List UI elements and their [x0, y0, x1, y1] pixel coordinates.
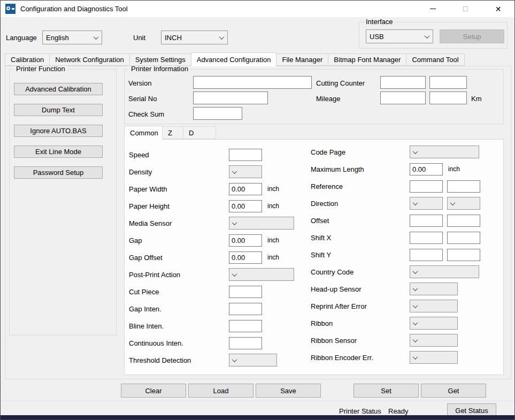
media-sensor-select[interactable] — [229, 217, 294, 230]
continuous-inten-input[interactable] — [229, 337, 262, 349]
threshold-detection-select[interactable] — [229, 354, 277, 366]
country-code-select[interactable] — [410, 265, 479, 278]
tab-file-manager[interactable]: File Manager — [276, 54, 328, 66]
ribbon-encoder-err-select[interactable] — [410, 351, 458, 364]
paper-width-label: Paper Width — [129, 185, 229, 193]
ribbon-encoder-err-row: Ribbon Encoder Err. — [311, 349, 501, 366]
unit-select[interactable]: INCH — [161, 30, 228, 44]
language-select[interactable]: English — [42, 30, 102, 44]
gap-input[interactable] — [229, 234, 262, 247]
code-page-select[interactable] — [410, 146, 479, 158]
gap-inten-input[interactable] — [229, 303, 262, 315]
reference-input-2[interactable] — [447, 180, 480, 193]
inner-tab-z[interactable]: Z — [162, 126, 183, 139]
offset-label: Offset — [311, 217, 410, 225]
tab-bitmap-font-manager[interactable]: Bitmap Font Manager — [328, 54, 406, 66]
offset-row: Offset — [311, 212, 501, 229]
advanced-configuration-page: Printer Function Advanced CalibrationDum… — [5, 66, 511, 379]
maximize-button[interactable] — [449, 1, 482, 17]
speed-input[interactable] — [229, 149, 262, 161]
interface-group-label: Interface — [364, 18, 395, 26]
threshold-detection-row: Threshold Detection — [129, 352, 305, 369]
printer-function-group-label: Printer Function — [14, 65, 67, 73]
dump-text-button[interactable]: Dump Text — [14, 104, 103, 116]
offset-input-2[interactable] — [447, 215, 480, 227]
load-button[interactable]: Load — [188, 384, 253, 398]
paper-width-input[interactable] — [229, 183, 262, 195]
clear-button[interactable]: Clear — [121, 384, 186, 398]
printer-function-group: Printer Function Advanced CalibrationDum… — [9, 69, 117, 335]
direction-select-2[interactable] — [447, 197, 480, 210]
minimize-icon — [430, 9, 436, 9]
chevron-down-icon — [413, 354, 418, 360]
inner-tab-d[interactable]: D — [183, 126, 216, 139]
gap-row: Gapinch — [129, 232, 305, 249]
set-button[interactable]: Set — [353, 384, 419, 398]
shift-y-input-1[interactable] — [410, 249, 443, 261]
ignore-auto-bas-button[interactable]: Ignore AUTO.BAS — [14, 125, 103, 137]
cutting-counter-input-1[interactable] — [380, 76, 426, 89]
inner-tab-common[interactable]: Common — [124, 126, 163, 140]
post-print-action-select[interactable] — [229, 268, 294, 281]
check-sum-input[interactable] — [193, 107, 242, 120]
ribbon-sensor-select[interactable] — [410, 334, 458, 347]
cut-piece-controls — [229, 286, 262, 298]
interface-select[interactable]: USB — [366, 29, 433, 43]
exit-line-mode-button[interactable]: Exit Line Mode — [14, 146, 103, 158]
cutting-counter-input-2[interactable] — [429, 76, 467, 89]
density-controls — [229, 165, 262, 178]
shift-x-input-1[interactable] — [410, 232, 443, 244]
offset-input-1[interactable] — [410, 215, 443, 227]
mileage-label: Mileage — [316, 95, 341, 103]
threshold-detection-label: Threshold Detection — [129, 356, 229, 364]
reprint-after-error-select[interactable] — [410, 300, 458, 312]
shift-x-input-2[interactable] — [447, 232, 480, 244]
maximum-length-input[interactable] — [410, 163, 443, 175]
chevron-down-icon — [413, 269, 418, 274]
tab-calibration[interactable]: Calibration — [5, 54, 50, 66]
density-select[interactable] — [229, 165, 262, 178]
mileage-input-2[interactable] — [429, 91, 467, 104]
advanced-calibration-button[interactable]: Advanced Calibration — [14, 83, 103, 95]
version-input[interactable] — [193, 76, 312, 89]
save-button[interactable]: Save — [256, 384, 321, 398]
serial-no-input[interactable] — [193, 91, 268, 104]
ribbon-controls — [410, 317, 458, 330]
printer-information-group-label: Printer Information — [129, 65, 190, 73]
mileage-input-1[interactable] — [380, 91, 426, 104]
inner-tab-bar: CommonZD — [124, 125, 216, 139]
chevron-down-icon — [232, 220, 237, 225]
cut-piece-input[interactable] — [229, 286, 262, 298]
continuous-inten-controls — [229, 337, 262, 349]
reprint-after-error-label: Reprint After Error — [311, 302, 410, 310]
direction-select-1[interactable] — [410, 197, 443, 210]
ribbon-select[interactable] — [410, 317, 458, 330]
shift-y-input-2[interactable] — [447, 249, 480, 261]
language-select-value: English — [46, 34, 69, 42]
tab-network-configuration[interactable]: Network Configuration — [49, 54, 130, 66]
serial-no-label: Serial No — [128, 95, 157, 103]
chevron-down-icon — [413, 286, 418, 291]
gap-offset-input[interactable] — [229, 251, 262, 264]
maximum-length-row: Maximum Lengthinch — [311, 161, 501, 178]
paper-height-input[interactable] — [229, 200, 262, 212]
password-setup-button[interactable]: Password Setup — [14, 166, 103, 179]
minimize-button[interactable] — [417, 1, 449, 17]
reference-input-1[interactable] — [410, 180, 443, 193]
chevron-down-icon — [450, 200, 456, 205]
tab-advanced-configuration[interactable]: Advanced Configuration — [191, 52, 277, 66]
get-button[interactable]: Get — [421, 384, 486, 398]
close-button[interactable]: ✕ — [482, 1, 514, 17]
maximum-length-controls: inch — [410, 163, 460, 175]
bline-inten-input[interactable] — [229, 320, 262, 332]
cut-piece-row: Cut Piece — [129, 283, 305, 300]
shift-x-row: Shift X — [311, 229, 501, 246]
head-up-sensor-select[interactable] — [410, 282, 458, 295]
tab-command-tool[interactable]: Command Tool — [406, 54, 464, 66]
ribbon-encoder-err-label: Ribbon Encoder Err. — [311, 354, 410, 362]
mileage-unit-label: Km — [471, 95, 482, 103]
setup-button[interactable]: Setup — [440, 29, 504, 43]
continuous-inten-row: Continuous Inten. — [129, 334, 305, 352]
gap-offset-row: Gap Offsetinch — [129, 249, 305, 266]
tab-system-settings[interactable]: System Settings — [129, 54, 191, 66]
